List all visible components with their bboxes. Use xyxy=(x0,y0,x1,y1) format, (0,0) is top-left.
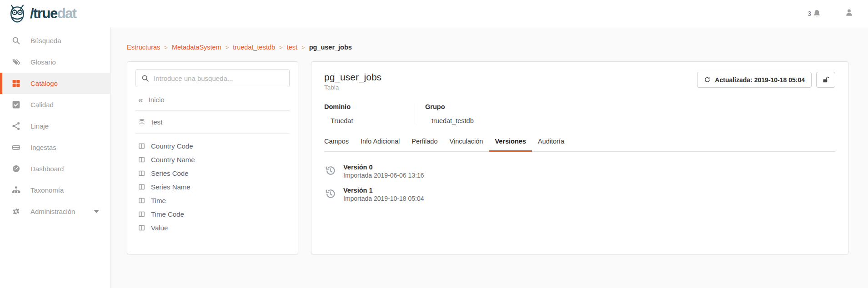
version-row[interactable]: Versión 1 Importada 2019-10-18 05:04 xyxy=(324,187,835,202)
column-item[interactable]: Value xyxy=(135,221,290,234)
breadcrumb-link-system[interactable]: MetadataSystem xyxy=(172,44,221,51)
column-item[interactable]: Country Name xyxy=(135,153,290,166)
logo-wordmark: /truedat xyxy=(30,6,76,20)
tab-versiones[interactable]: Versiones xyxy=(489,138,532,152)
sidebar-item-label: Taxonomía xyxy=(30,186,64,194)
updated-refresh-button[interactable]: Actualizada: 2019-10-18 05:04 xyxy=(697,72,812,88)
tab-auditoria[interactable]: Auditoría xyxy=(532,138,570,152)
breadcrumb-link-schema[interactable]: test xyxy=(287,44,297,51)
columns-icon xyxy=(138,224,145,231)
meta-dominio: Dominio Truedat xyxy=(324,103,415,124)
sidebar-item-label: Ingestas xyxy=(30,144,56,151)
detail-actions: Actualizada: 2019-10-18 05:04 xyxy=(697,72,835,88)
sidebar-item-catalogo[interactable]: Catálogo xyxy=(0,73,110,94)
column-item[interactable]: Series Code xyxy=(135,166,290,180)
version-name: Versión 0 xyxy=(343,164,424,171)
sidebar-item-label: Glosario xyxy=(30,58,56,66)
columns-icon xyxy=(138,197,145,204)
logo-text-light: dat xyxy=(57,5,76,21)
check-square-icon xyxy=(12,100,20,109)
tab-vinculacion[interactable]: Vinculación xyxy=(444,138,489,152)
tab-info-adicional[interactable]: Info Adicional xyxy=(355,138,406,152)
versions-list: Versión 0 Importada 2019-06-06 13:16 Ver… xyxy=(324,164,835,202)
column-label: Time xyxy=(151,197,166,204)
history-icon xyxy=(324,164,336,177)
back-to-home-label: Inicio xyxy=(149,96,165,104)
sidebar-item-label: Catálogo xyxy=(30,79,58,87)
version-detail: Importada 2019-06-06 13:16 xyxy=(343,172,424,179)
breadcrumb-link-db[interactable]: truedat_testdb xyxy=(233,44,275,51)
column-label: Series Name xyxy=(151,183,191,191)
truedat-logo[interactable]: /truedat xyxy=(7,4,76,24)
version-text: Versión 1 Importada 2019-10-18 05:04 xyxy=(343,187,424,202)
chevron-down-icon xyxy=(94,210,99,213)
sidebar-item-linaje[interactable]: Linaje xyxy=(0,115,110,137)
column-label: Country Name xyxy=(151,156,195,164)
sidebar-item-calidad[interactable]: Calidad xyxy=(0,94,110,115)
owl-logo-icon xyxy=(7,4,27,24)
meta-label: Dominio xyxy=(324,103,406,110)
columns-icon xyxy=(138,156,145,163)
tab-perfilado[interactable]: Perfilado xyxy=(406,138,443,152)
search-input[interactable] xyxy=(154,74,284,82)
column-item[interactable]: Time Code xyxy=(135,207,290,221)
sidebar-item-taxonomia[interactable]: Taxonomía xyxy=(0,179,110,201)
header-actions: 3 xyxy=(808,8,858,19)
version-detail: Importada 2019-10-18 05:04 xyxy=(343,195,424,202)
column-item[interactable]: Country Code xyxy=(135,139,290,153)
tree-parent-schema[interactable]: test xyxy=(135,111,290,134)
tags-icon xyxy=(12,58,20,66)
sidebar-item-administracion[interactable]: Administración xyxy=(0,201,110,222)
sidebar-item-busqueda[interactable]: Búsqueda xyxy=(0,30,110,51)
bell-icon xyxy=(813,9,821,18)
gear-icon xyxy=(12,207,20,216)
column-item[interactable]: Series Name xyxy=(135,180,290,194)
column-item[interactable]: Time xyxy=(135,194,290,207)
version-row[interactable]: Versión 0 Importada 2019-06-06 13:16 xyxy=(324,164,835,179)
breadcrumb-separator: > xyxy=(279,44,283,51)
meta-label: Grupo xyxy=(425,103,474,110)
columns-icon xyxy=(138,143,145,149)
user-menu-button[interactable] xyxy=(845,8,853,19)
sidebar-item-label: Administración xyxy=(30,208,75,215)
tab-campos[interactable]: Campos xyxy=(324,138,355,152)
column-label: Series Code xyxy=(151,169,189,177)
notifications-count-badge: 3 xyxy=(808,10,811,17)
breadcrumb: Estructuras > MetadataSystem > truedat_t… xyxy=(127,44,868,51)
sidebar-item-label: Calidad xyxy=(30,101,54,109)
search-icon xyxy=(141,74,149,82)
content-cards: « Inicio test Country Code xyxy=(127,61,848,254)
refresh-icon xyxy=(704,76,711,83)
page-title: pg_user_jobs xyxy=(324,72,381,83)
breadcrumb-separator: > xyxy=(226,44,229,51)
breadcrumb-link-estructuras[interactable]: Estructuras xyxy=(127,44,160,51)
structure-search-box xyxy=(135,69,290,87)
updated-label: Actualizada: 2019-10-18 05:04 xyxy=(715,76,805,84)
tree-parent-label: test xyxy=(151,118,162,126)
notifications-button[interactable]: 3 xyxy=(808,9,821,18)
structure-type-label: Tabla xyxy=(324,84,381,91)
back-to-home-link[interactable]: « Inicio xyxy=(135,87,290,111)
sidebar-item-glosario[interactable]: Glosario xyxy=(0,51,110,73)
metadata-section: Dominio Truedat Grupo truedat_testdb xyxy=(324,103,835,124)
logo-text-dark: /true xyxy=(30,5,57,21)
sidebar-item-ingestas[interactable]: Ingestas xyxy=(0,137,110,158)
sidebar-item-dashboard[interactable]: Dashboard xyxy=(0,158,110,179)
structure-explorer-panel: « Inicio test Country Code xyxy=(127,61,298,254)
breadcrumb-separator: > xyxy=(164,44,168,51)
user-icon xyxy=(845,8,853,17)
lock-toggle-button[interactable] xyxy=(816,72,835,88)
share-icon xyxy=(12,122,20,130)
sitemap-icon xyxy=(12,186,20,194)
gauge-icon xyxy=(12,164,20,173)
database-icon xyxy=(138,119,146,126)
search-icon xyxy=(12,36,20,45)
meta-value: truedat_testdb xyxy=(425,117,474,124)
sidebar-item-label: Linaje xyxy=(30,122,49,130)
sidebar-item-label: Búsqueda xyxy=(30,37,61,45)
detail-title-block: pg_user_jobs Tabla xyxy=(324,72,381,91)
sidebar-item-label: Dashboard xyxy=(30,165,64,173)
version-name: Versión 1 xyxy=(343,187,424,194)
detail-tabs: Campos Info Adicional Perfilado Vinculac… xyxy=(324,138,835,152)
version-text: Versión 0 Importada 2019-06-06 13:16 xyxy=(343,164,424,179)
